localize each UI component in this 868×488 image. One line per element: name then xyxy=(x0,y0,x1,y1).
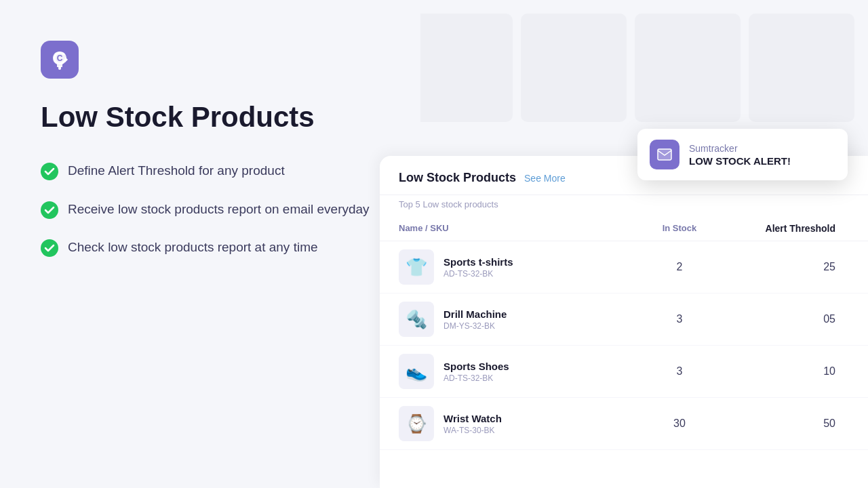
product-info-4: ⌚ Wrist Watch WA-TS-30-BK xyxy=(399,406,618,441)
table-row: 🔩 Drill Machine DM-YS-32-BK 3 05 xyxy=(380,293,868,346)
notification-message: LOW STOCK ALERT! xyxy=(689,155,791,167)
in-stock-1: 2 xyxy=(618,261,741,273)
col-header-in-stock: In Stock xyxy=(618,223,741,234)
table-column-headers: Name / SKU In Stock Alert Threshold xyxy=(380,216,868,241)
app-logo: C xyxy=(41,41,79,79)
alert-threshold-2: 05 xyxy=(741,313,849,325)
feature-item-1: Define Alert Threshold for any product xyxy=(41,161,380,181)
feature-item-2: Receive low stock products report on ema… xyxy=(41,200,380,220)
product-info-1: 👕 Sports t-shirts AD-TS-32-BK xyxy=(399,249,618,285)
table-row: 👟 Sports Shoes AD-TS-32-BK 3 10 xyxy=(380,346,868,398)
product-image-3: 👟 xyxy=(399,354,434,389)
alert-threshold-3: 10 xyxy=(741,365,849,378)
check-icon-2 xyxy=(41,201,58,219)
svg-point-4 xyxy=(41,163,58,180)
svg-point-3 xyxy=(58,66,61,68)
table-rows: 👕 Sports t-shirts AD-TS-32-BK 2 25 🔩 Dri… xyxy=(380,241,868,450)
table-row: ⌚ Wrist Watch WA-TS-30-BK 30 50 xyxy=(380,398,868,450)
in-stock-3: 3 xyxy=(618,365,741,378)
table-row: 👕 Sports t-shirts AD-TS-32-BK 2 25 xyxy=(380,241,868,293)
col-header-alert: Alert Threshold xyxy=(741,223,849,234)
see-more-link[interactable]: See More xyxy=(524,173,566,184)
product-info-2: 🔩 Drill Machine DM-YS-32-BK xyxy=(399,302,618,337)
product-image-4: ⌚ xyxy=(399,406,434,441)
bg-card-1 xyxy=(407,14,513,122)
logo-icon-inner xyxy=(49,49,71,70)
bg-card-3 xyxy=(635,14,741,122)
product-image-2: 🔩 xyxy=(399,302,434,337)
in-stock-4: 30 xyxy=(618,418,741,430)
product-sku-4: WA-TS-30-BK xyxy=(443,426,502,435)
product-details-4: Wrist Watch WA-TS-30-BK xyxy=(443,413,502,435)
page-title: Low Stock Products xyxy=(41,100,380,134)
product-details-2: Drill Machine DM-YS-32-BK xyxy=(443,308,507,331)
svg-marker-2 xyxy=(65,57,68,62)
left-panel: C Low Stock Products Define Alert Thresh… xyxy=(0,0,420,488)
product-details-1: Sports t-shirts AD-TS-32-BK xyxy=(443,256,513,279)
product-info-3: 👟 Sports Shoes AD-TS-32-BK xyxy=(399,354,618,389)
table-subtitle: Top 5 Low stock products xyxy=(380,195,868,216)
table-title: Low Stock Products xyxy=(399,171,516,185)
feature-item-3: Check low stock products report at any t… xyxy=(41,238,380,258)
col-header-name: Name / SKU xyxy=(399,223,618,234)
feature-text-3: Check low stock products report at any t… xyxy=(68,238,318,258)
feature-text-1: Define Alert Threshold for any product xyxy=(68,161,285,181)
check-icon-3 xyxy=(41,239,58,257)
bg-card-2 xyxy=(521,14,627,122)
notification-popup: Sumtracker LOW STOCK ALERT! xyxy=(637,129,848,180)
product-name-1: Sports t-shirts xyxy=(443,256,513,268)
product-name-3: Sports Shoes xyxy=(443,361,509,372)
product-sku-1: AD-TS-32-BK xyxy=(443,269,513,279)
bg-card-4 xyxy=(749,14,854,122)
notification-sender: Sumtracker xyxy=(689,143,791,154)
notification-content: Sumtracker LOW STOCK ALERT! xyxy=(689,143,791,167)
feature-list: Define Alert Threshold for any product R… xyxy=(41,161,380,258)
product-name-2: Drill Machine xyxy=(443,308,507,320)
product-name-4: Wrist Watch xyxy=(443,413,502,424)
product-image-1: 👕 xyxy=(399,249,434,285)
check-icon-1 xyxy=(41,163,58,180)
feature-text-2: Receive low stock products report on ema… xyxy=(68,200,370,220)
product-sku-3: AD-TS-32-BK xyxy=(443,373,509,383)
notification-icon xyxy=(650,140,679,169)
product-table-panel: Low Stock Products See More Top 5 Low st… xyxy=(380,156,868,488)
product-sku-2: DM-YS-32-BK xyxy=(443,321,507,331)
svg-point-5 xyxy=(41,201,58,219)
in-stock-2: 3 xyxy=(618,313,741,325)
alert-threshold-4: 50 xyxy=(741,418,849,430)
background-decorations xyxy=(393,0,868,149)
svg-point-6 xyxy=(41,239,58,257)
product-details-3: Sports Shoes AD-TS-32-BK xyxy=(443,361,509,383)
svg-rect-7 xyxy=(658,149,671,160)
mail-icon xyxy=(656,146,673,163)
alert-threshold-1: 25 xyxy=(741,261,849,273)
